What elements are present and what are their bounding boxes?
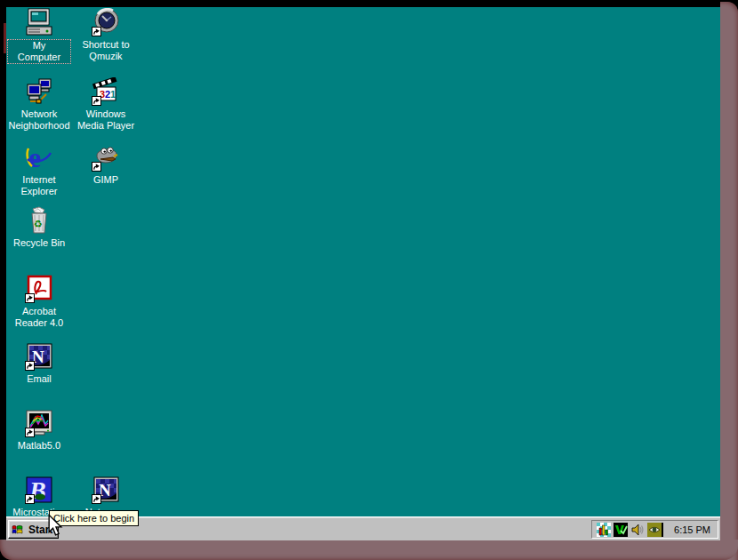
desktop-icon-windows-media-player[interactable]: 3 2 1 Windows Media Player [74,77,138,132]
qmuzik-clock-icon [92,8,120,36]
desktop-icon-recycle-bin[interactable]: ♻ Recycle Bin [7,206,71,249]
display-quickres-icon[interactable] [597,523,611,537]
my-computer-icon [25,8,53,36]
desktop-icon-matlab[interactable]: Matlab5.0 [7,409,71,452]
desktop-icon-email[interactable]: N Email [7,342,71,385]
desktop-icon-label: Windows Media Player [76,108,136,132]
desktop-icon-network-neighborhood[interactable]: Network Neighborhood [7,77,71,132]
internet-explorer-e-icon: e [25,143,53,172]
network-neighborhood-icon [25,77,53,106]
eye-monitor-icon[interactable] [647,523,663,537]
system-tray: 6:15 PM [591,520,718,539]
virus-shield-icon[interactable] [614,523,628,537]
shortcut-arrow-icon [25,428,35,437]
tray-clock[interactable]: 6:15 PM [674,524,710,535]
windows-flag-icon [12,524,26,536]
recycle-bin-icon: ♻ [25,206,53,235]
shortcut-arrow-icon [92,162,101,172]
desktop-icon-label: Network Neighborhood [6,108,71,132]
desktop-icon-label: Recycle Bin [12,237,67,249]
desktop-icon-label: Acrobat Reader 4.0 [13,306,65,329]
svg-text:♻: ♻ [34,219,43,229]
desktop-icon-my-computer[interactable]: My Computer [7,8,71,64]
shortcut-arrow-icon [92,27,101,36]
svg-text:1: 1 [110,89,116,100]
desktop-icon-label: Internet Explorer [20,174,60,197]
desktop-icon-internet-explorer[interactable]: e Internet Explorer [7,143,71,197]
shortcut-arrow-icon [92,96,101,106]
desktop-icon-label: Matlab5.0 [16,440,62,452]
svg-text:e: e [28,143,41,172]
matlab-peaks-icon [25,409,53,437]
netscape-n-icon: N [25,342,53,371]
desktop-icon-qmuzik[interactable]: Shortcut to Qmuzik [74,8,138,62]
desktop-icon-label: Email [25,373,53,385]
monitor-bezel-right [720,2,738,560]
desktop-icon-acrobat-reader[interactable]: Acrobat Reader 4.0 [7,275,71,329]
desktop-icon-label: My Computer [7,39,71,64]
start-tooltip: Click here to begin [49,510,139,526]
microstation-b-icon: B [25,476,53,504]
desktop[interactable]: My Computer Shortcut to Qmuzik [6,7,720,516]
shortcut-arrow-icon [92,494,101,504]
shortcut-arrow-icon [25,361,35,371]
monitor-bezel-bottom [0,540,738,560]
desktop-icon-gimp[interactable]: GIMP [74,143,138,186]
shortcut-arrow-icon [25,494,35,504]
shortcut-arrow-icon [25,293,35,303]
media-player-clapperboard-icon: 3 2 1 [92,77,120,106]
gimp-wilber-icon [92,143,120,172]
desktop-icon-label: GIMP [92,174,120,186]
acrobat-reader-icon [25,275,53,303]
desktop-icon-label: Shortcut to Qmuzik [80,39,131,62]
screen: My Computer Shortcut to Qmuzik [6,7,720,540]
volume-speaker-icon[interactable] [630,523,645,537]
netscape-n-icon: N [92,476,120,504]
